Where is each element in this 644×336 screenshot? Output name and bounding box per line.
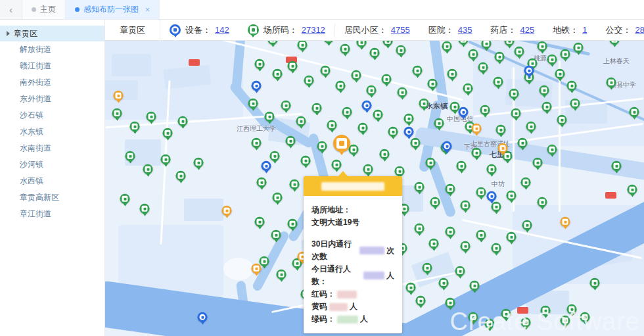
place-code-pin[interactable] <box>411 138 421 148</box>
place-code-pin[interactable] <box>296 116 306 126</box>
place-code-pin[interactable] <box>446 227 455 237</box>
place-code-pin[interactable] <box>501 309 511 319</box>
place-code-pin[interactable] <box>395 166 405 176</box>
place-code-pin[interactable] <box>288 219 298 229</box>
place-code-pin[interactable] <box>469 312 478 322</box>
place-code-pin[interactable] <box>271 230 281 240</box>
device-pin[interactable] <box>442 141 452 151</box>
place-code-pin[interactable] <box>161 155 171 164</box>
place-code-pin[interactable] <box>547 55 557 64</box>
place-code-pin[interactable] <box>580 312 590 322</box>
place-code-pin[interactable] <box>273 69 283 79</box>
place-code-pin[interactable] <box>342 107 352 117</box>
place-code-pin[interactable] <box>416 296 426 306</box>
place-code-pin[interactable] <box>126 151 135 161</box>
alert-pin[interactable] <box>472 124 482 133</box>
place-code-pin[interactable] <box>540 85 549 95</box>
place-code-pin[interactable] <box>555 69 565 79</box>
alert-pin[interactable] <box>498 143 508 153</box>
stat-value[interactable]: 28 <box>635 25 644 35</box>
device-pin[interactable] <box>262 161 271 171</box>
place-code-pin[interactable] <box>495 52 505 62</box>
place-code-pin[interactable] <box>288 61 298 71</box>
place-code-pin[interactable] <box>265 112 275 122</box>
place-code-pin[interactable] <box>570 99 580 108</box>
place-code-pin[interactable] <box>455 266 465 276</box>
place-code-pin[interactable] <box>327 120 337 130</box>
sidebar-item-street[interactable]: 解放街道 <box>0 41 104 58</box>
sidebar-item-street[interactable]: 沙石镇 <box>0 107 104 124</box>
place-code-pin[interactable] <box>388 127 398 137</box>
place-code-pin[interactable] <box>398 87 407 97</box>
alert-pin[interactable] <box>561 217 570 227</box>
stat-value[interactable]: 1 <box>582 25 587 35</box>
place-code-pin[interactable] <box>260 256 269 266</box>
place-code-pin[interactable] <box>461 201 471 210</box>
sidebar-item-zhanggong-root[interactable]: 章贡区 <box>0 26 104 41</box>
sidebar-item-street[interactable]: 水南街道 <box>0 140 104 156</box>
place-code-pin[interactable] <box>590 278 600 288</box>
place-code-pin[interactable] <box>140 204 150 214</box>
place-code-pin[interactable] <box>290 180 300 189</box>
place-code-pin[interactable] <box>439 278 449 288</box>
place-code-pin[interactable] <box>112 108 122 118</box>
place-code-pin[interactable] <box>434 118 444 128</box>
place-code-pin[interactable] <box>370 48 380 58</box>
place-code-pin[interactable] <box>163 128 173 138</box>
stat-value[interactable]: 425 <box>520 25 534 35</box>
place-code-pin[interactable] <box>248 99 258 108</box>
place-code-pin[interactable] <box>268 41 278 45</box>
place-code-pin[interactable] <box>492 243 501 253</box>
place-code-pin[interactable] <box>281 101 291 110</box>
sidebar-item-street[interactable]: 章江街道 <box>0 206 104 222</box>
place-code-pin[interactable] <box>312 103 322 113</box>
place-code-pin[interactable] <box>607 78 616 87</box>
place-code-pin[interactable] <box>430 197 440 207</box>
alert-pin[interactable] <box>114 91 124 101</box>
place-code-pin[interactable] <box>567 304 577 314</box>
tab-defense-map[interactable]: 感知布防一张图 × <box>66 0 160 19</box>
place-code-pin[interactable] <box>423 263 432 273</box>
place-code-pin[interactable] <box>298 41 308 50</box>
place-code-pin[interactable] <box>533 158 543 168</box>
place-code-pin[interactable] <box>511 108 521 118</box>
place-code-pin[interactable] <box>521 318 531 327</box>
place-code-pin[interactable] <box>459 41 469 45</box>
place-code-pin[interactable] <box>270 151 280 161</box>
sidebar-item-street[interactable]: 水东镇 <box>0 124 104 140</box>
place-code-pin[interactable] <box>301 156 311 166</box>
place-code-pin[interactable] <box>476 187 486 197</box>
place-code-pin[interactable] <box>273 193 283 203</box>
place-code-pin[interactable] <box>457 161 467 171</box>
back-chevron-icon[interactable]: ‹ <box>0 0 22 19</box>
place-code-pin[interactable] <box>255 59 265 69</box>
sidebar-item-street[interactable]: 南外街道 <box>0 74 104 91</box>
place-code-pin[interactable] <box>178 116 188 126</box>
place-code-pin[interactable] <box>130 122 140 132</box>
place-code-pin[interactable] <box>470 281 480 291</box>
place-code-pin[interactable] <box>352 70 361 80</box>
place-code-pin[interactable] <box>448 69 457 79</box>
place-code-pin[interactable] <box>541 306 551 316</box>
place-code-pin[interactable] <box>630 107 639 117</box>
tab-close-icon[interactable]: × <box>145 5 150 14</box>
selected-place-pin[interactable] <box>333 135 350 152</box>
place-code-pin[interactable] <box>442 41 452 51</box>
place-code-pin[interactable] <box>526 122 536 132</box>
alert-pin[interactable] <box>222 206 232 216</box>
place-code-pin[interactable] <box>404 114 414 124</box>
place-code-pin[interactable] <box>472 148 482 158</box>
place-code-pin[interactable] <box>147 112 156 122</box>
sidebar-item-street[interactable]: 东外街道 <box>0 91 104 107</box>
device-pin[interactable] <box>487 191 497 201</box>
place-code-pin[interactable] <box>567 81 577 91</box>
place-code-pin[interactable] <box>252 138 262 148</box>
place-code-pin[interactable] <box>382 74 392 84</box>
place-code-pin[interactable] <box>507 191 517 201</box>
place-code-pin[interactable] <box>628 185 637 195</box>
device-pin[interactable] <box>362 101 372 110</box>
place-code-pin[interactable] <box>383 41 393 46</box>
place-code-pin[interactable] <box>574 43 584 53</box>
place-code-pin[interactable] <box>340 44 350 54</box>
place-code-pin[interactable] <box>332 160 342 170</box>
